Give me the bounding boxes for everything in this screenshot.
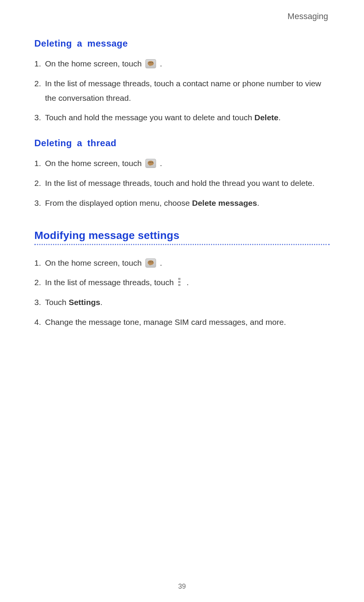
- step-text: .: [257, 199, 259, 207]
- step-text: In the list of message threads, touch an…: [45, 179, 314, 187]
- step-number: 4.: [34, 315, 41, 329]
- step-item: 1. On the home screen, touch .: [34, 256, 330, 270]
- bold-word: Delete messages: [192, 199, 257, 207]
- step-item: 2. In the list of message threads, touch…: [34, 176, 330, 190]
- step-number: 2.: [34, 275, 41, 290]
- step-number: 3.: [34, 110, 41, 125]
- step-number: 1.: [34, 156, 41, 171]
- step-text: In the list of message threads, touch a …: [45, 79, 321, 102]
- messaging-icon: [145, 258, 156, 268]
- step-number: 2.: [34, 176, 41, 190]
- dotted-divider: [34, 244, 330, 245]
- step-text: Touch and hold the message you want to d…: [45, 113, 254, 122]
- step-item: 3. Touch and hold the message you want t…: [34, 110, 330, 125]
- step-item: 3. From the displayed option menu, choos…: [34, 196, 330, 210]
- heading-modifying-settings: Modifying message settings: [34, 229, 330, 242]
- bold-word: Settings: [69, 298, 100, 307]
- step-text: On the home screen, touch: [45, 258, 144, 267]
- steps-modifying-settings: 1. On the home screen, touch . 2. In the…: [34, 256, 330, 329]
- document-page: Messaging Deleting a message 1. On the h…: [0, 0, 364, 602]
- steps-deleting-message: 1. On the home screen, touch . 2. In the…: [34, 56, 330, 125]
- step-text: Change the message tone, manage SIM card…: [45, 318, 286, 326]
- page-number: 39: [0, 583, 364, 591]
- step-text: .: [160, 258, 162, 267]
- heading-deleting-thread: Deleting a thread: [34, 138, 330, 148]
- step-text: From the displayed option menu, choose: [45, 199, 192, 207]
- step-text: .: [100, 298, 103, 307]
- step-number: 3.: [34, 196, 41, 210]
- step-text: .: [279, 113, 281, 122]
- step-number: 2.: [34, 76, 41, 91]
- step-text: .: [187, 278, 189, 287]
- step-text: In the list of message threads, touch: [45, 278, 176, 287]
- step-number: 1.: [34, 56, 41, 71]
- messaging-icon: [145, 59, 156, 68]
- step-item: 1. On the home screen, touch .: [34, 156, 330, 171]
- step-text: .: [160, 59, 162, 68]
- step-item: 4. Change the message tone, manage SIM c…: [34, 315, 330, 329]
- step-item: 2. In the list of message threads, touch…: [34, 76, 330, 105]
- bold-word: Delete: [254, 113, 279, 122]
- step-number: 3.: [34, 295, 41, 310]
- step-text: .: [160, 159, 162, 168]
- messaging-icon: [145, 159, 156, 168]
- step-item: 3. Touch Settings.: [34, 295, 330, 310]
- step-text: On the home screen, touch: [45, 159, 144, 168]
- chapter-header: Messaging: [34, 11, 328, 21]
- step-item: 2. In the list of message threads, touch…: [34, 275, 330, 290]
- step-number: 1.: [34, 256, 41, 270]
- step-text: On the home screen, touch: [45, 59, 144, 68]
- step-item: 1. On the home screen, touch .: [34, 56, 330, 71]
- heading-deleting-message: Deleting a message: [34, 38, 330, 49]
- overflow-menu-icon: [178, 278, 182, 286]
- step-text: Touch: [45, 298, 69, 307]
- steps-deleting-thread: 1. On the home screen, touch . 2. In the…: [34, 156, 330, 210]
